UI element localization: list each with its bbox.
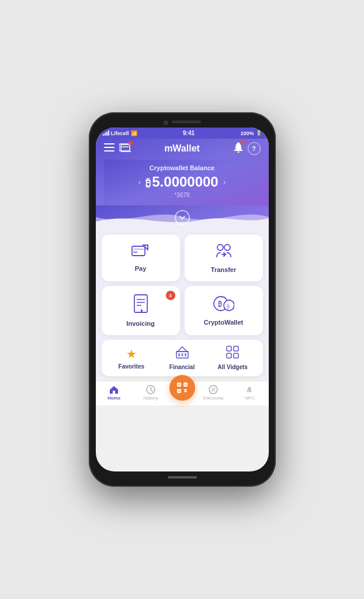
invoicing-card[interactable]: Invoicing 3 <box>102 286 180 335</box>
financial-item[interactable]: Financial <box>157 346 207 370</box>
svg-rect-26 <box>227 346 231 351</box>
bottom-row-widgets: ★ Favorites Financial <box>102 340 263 376</box>
pay-label: Pay <box>135 265 147 272</box>
svg-rect-35 <box>185 384 186 385</box>
svg-rect-1 <box>104 147 115 148</box>
transfer-card[interactable]: Transfer <box>185 235 263 281</box>
svg-rect-29 <box>234 353 238 358</box>
header-row: mWallet ? <box>104 142 261 155</box>
tab-bar: Home History <box>96 381 269 405</box>
menu-button[interactable] <box>104 143 115 154</box>
svg-point-42 <box>212 388 213 389</box>
service-grid: Pay Transfer <box>102 235 263 335</box>
card-button-wrap[interactable] <box>119 143 131 154</box>
history-icon <box>146 385 155 394</box>
invoicing-badge: 3 <box>166 291 175 300</box>
svg-point-11 <box>217 245 223 250</box>
status-left: Lifecell 📶 <box>103 130 137 136</box>
favorites-item[interactable]: ★ Favorites <box>106 347 157 370</box>
app-title: mWallet <box>131 143 234 154</box>
svg-rect-27 <box>234 346 238 351</box>
svg-rect-23 <box>181 353 183 356</box>
svg-point-6 <box>237 152 239 153</box>
home-indicator-area <box>96 471 269 480</box>
cryptowallet-label: CryptoWallet <box>204 319 243 326</box>
balance-amount: ₿5.0000000 <box>145 174 218 190</box>
svg-rect-36 <box>178 390 179 391</box>
battery-icon: 🔋 <box>256 130 262 136</box>
battery-text: 100% <box>240 130 254 136</box>
notification-button[interactable] <box>234 142 243 155</box>
main-content: Pay Transfer <box>96 229 269 376</box>
invoicing-icon <box>133 294 148 316</box>
wifi-icon: 📶 <box>131 130 137 136</box>
svg-text:⟠: ⟠ <box>226 303 229 310</box>
tab-nfc[interactable]: NFC <box>232 385 269 401</box>
svg-point-43 <box>214 391 216 392</box>
svg-rect-34 <box>178 384 179 385</box>
status-bar: Lifecell 📶 9:41 100% 🔋 <box>96 128 269 139</box>
expand-button[interactable] <box>175 210 190 225</box>
carrier-text: Lifecell <box>111 130 129 136</box>
favorites-label: Favorites <box>119 363 144 370</box>
transfer-label: Transfer <box>211 266 236 273</box>
svg-rect-4 <box>120 146 129 147</box>
favorites-icon: ★ <box>126 347 137 361</box>
signal-icon <box>103 130 109 136</box>
status-time: 9:41 <box>183 130 195 136</box>
all-widgets-icon <box>226 346 239 362</box>
tab-scan-button[interactable] <box>169 375 195 401</box>
svg-line-10 <box>143 245 148 250</box>
pay-card[interactable]: Pay <box>102 235 180 281</box>
cryptowallet-icon: ₿ ⟠ <box>213 295 234 315</box>
svg-rect-7 <box>132 246 145 256</box>
balance-label: Cryptowallet Balance <box>104 164 261 171</box>
transfer-icon <box>214 243 233 263</box>
discounts-icon <box>209 385 218 394</box>
balance-section: Cryptowallet Balance ‹ ₿5.0000000 › *367… <box>104 160 261 205</box>
camera <box>164 121 168 125</box>
all-widgets-item[interactable]: All Vidgets <box>207 346 258 370</box>
home-indicator-bar <box>168 476 197 478</box>
notification-badge <box>241 140 245 144</box>
pay-icon <box>131 244 150 261</box>
header-left <box>104 143 131 154</box>
wave-area <box>96 205 269 229</box>
tab-discounts[interactable]: Discounts <box>195 385 232 401</box>
account-number: *3678 <box>104 192 261 198</box>
tab-discounts-label: Discounts <box>203 395 223 401</box>
phone-screen: Lifecell 📶 9:41 100% 🔋 <box>96 128 269 471</box>
status-right: 100% 🔋 <box>240 130 261 136</box>
phone-frame: Lifecell 📶 9:41 100% 🔋 <box>89 112 276 487</box>
speaker <box>172 121 201 123</box>
balance-row: ‹ ₿5.0000000 › <box>104 174 261 190</box>
svg-rect-8 <box>133 249 144 250</box>
invoicing-label: Invoicing <box>126 320 154 327</box>
svg-rect-24 <box>185 353 186 356</box>
help-button[interactable]: ? <box>248 142 261 155</box>
svg-rect-0 <box>104 143 115 144</box>
next-wallet-button[interactable]: › <box>223 177 226 187</box>
tab-home[interactable]: Home <box>96 385 133 401</box>
financial-label: Financial <box>169 364 195 370</box>
home-icon <box>109 385 119 394</box>
tab-history-label: History <box>144 395 158 401</box>
header-right: ? <box>234 142 261 155</box>
scan-icon <box>176 382 188 394</box>
all-widgets-label: All Vidgets <box>217 364 248 370</box>
svg-text:₿: ₿ <box>218 300 222 308</box>
balance-symbol: ₿ <box>145 177 151 189</box>
tab-home-label: Home <box>108 395 120 401</box>
card-badge <box>129 141 133 145</box>
tab-nfc-label: NFC <box>245 395 255 401</box>
nfc-icon <box>245 385 255 394</box>
cryptowallet-card[interactable]: ₿ ⟠ CryptoWallet <box>185 286 263 335</box>
svg-rect-22 <box>178 353 180 356</box>
tab-history[interactable]: History <box>133 385 169 401</box>
financial-icon <box>176 346 189 362</box>
header: mWallet ? Cryptowallet Balance <box>96 139 269 205</box>
prev-wallet-button[interactable]: ‹ <box>138 177 141 187</box>
svg-rect-28 <box>227 353 231 358</box>
svg-rect-2 <box>104 150 115 152</box>
svg-point-12 <box>224 245 230 250</box>
